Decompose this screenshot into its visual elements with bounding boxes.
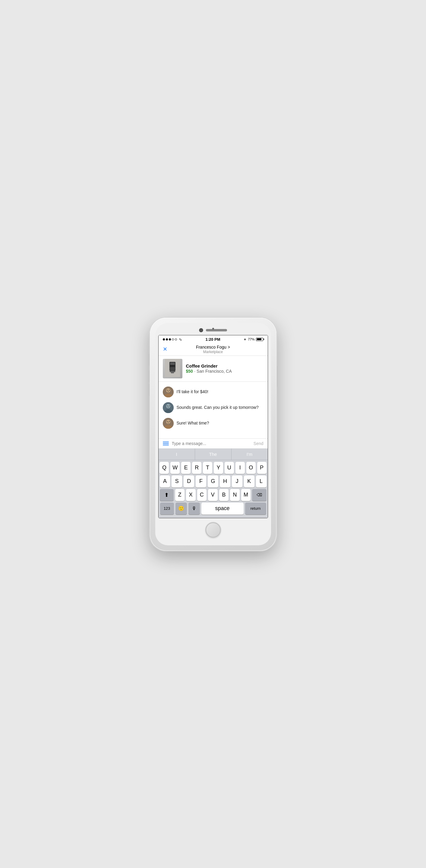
nav-title-area: Francesco Fogu > Marketplace (196, 344, 230, 354)
wifi-icon: ∿ (179, 337, 182, 342)
key-o[interactable]: O (246, 462, 256, 474)
space-key[interactable]: space (201, 502, 244, 515)
product-card[interactable]: Coffee Grinder $50 · San Francisco, CA (159, 356, 268, 382)
battery-body (256, 338, 263, 341)
message-text-2: Sounds great. Can you pick it up tomorro… (177, 402, 259, 411)
battery-percent: 77% (248, 337, 254, 341)
messages-area: I'll take it for $40! Sounds grea (159, 382, 268, 439)
key-c[interactable]: C (197, 489, 207, 501)
status-time: 1:20 PM (205, 337, 220, 342)
message-row: Sounds great. Can you pick it up tomorro… (163, 402, 263, 413)
signal-dot-5 (175, 338, 177, 340)
input-area: Send (159, 439, 268, 448)
key-l[interactable]: L (256, 475, 266, 488)
nav-bar: ✕ Francesco Fogu > Marketplace (159, 343, 268, 356)
product-image (163, 359, 182, 378)
phone-inner: ∿ 1:20 PM ∗ 77% ✕ Fr (155, 323, 271, 545)
keyboard-row-3: ⬆ Z X C V B N M ⌫ (160, 489, 266, 501)
key-m[interactable]: M (241, 489, 251, 501)
avatar-sender3 (163, 418, 174, 429)
message-text-3: Sure! What time? (177, 418, 209, 426)
hamburger-line-1 (163, 442, 169, 442)
emoji-key[interactable]: 🙂 (175, 502, 187, 515)
keyboard-row-1: Q W E R T Y U I O P (160, 462, 266, 474)
phone-device: ∿ 1:20 PM ∗ 77% ✕ Fr (150, 317, 277, 551)
avatar-sender1 (163, 386, 174, 397)
battery-icon (256, 338, 263, 341)
numbers-key[interactable]: 123 (160, 502, 174, 515)
product-name: Coffee Grinder (186, 363, 263, 369)
message-input[interactable] (172, 441, 251, 446)
signal-area: ∿ (163, 337, 182, 342)
keyboard-row-4: 123 🙂 🎙 space return (160, 502, 266, 515)
signal-dot-4 (172, 338, 174, 340)
nav-contact-name: Francesco Fogu > (196, 344, 230, 350)
predictive-word-3[interactable]: I'm (231, 448, 268, 460)
key-v[interactable]: V (208, 489, 218, 501)
screen: ∿ 1:20 PM ∗ 77% ✕ Fr (158, 335, 268, 518)
key-f[interactable]: F (196, 475, 206, 488)
keyboard-row-2: A S D F G H J K L (160, 475, 266, 488)
predictive-word-1[interactable]: I (159, 448, 195, 460)
svg-point-11 (169, 390, 169, 391)
key-j[interactable]: J (232, 475, 243, 488)
svg-point-15 (167, 405, 168, 406)
svg-point-21 (169, 421, 169, 422)
svg-rect-4 (170, 367, 175, 370)
message-row: I'll take it for $40! (163, 386, 263, 397)
message-text-1: I'll take it for $40! (177, 386, 208, 395)
backspace-key[interactable]: ⌫ (252, 489, 266, 501)
key-g[interactable]: G (208, 475, 218, 488)
shift-key[interactable]: ⬆ (160, 489, 174, 501)
key-t[interactable]: T (203, 462, 212, 474)
avatar-sender2 (163, 402, 174, 413)
key-s[interactable]: S (172, 475, 182, 488)
key-i[interactable]: I (235, 462, 245, 474)
nav-arrow: > (226, 345, 230, 349)
front-camera (199, 329, 203, 332)
svg-rect-6 (171, 371, 174, 373)
key-q[interactable]: Q (160, 462, 169, 474)
mic-key[interactable]: 🎙 (189, 502, 200, 515)
product-info: Coffee Grinder $50 · San Francisco, CA (186, 363, 263, 374)
predictive-bar: I The I'm (159, 448, 268, 460)
nav-subtitle: Marketplace (196, 350, 230, 354)
key-u[interactable]: U (225, 462, 234, 474)
key-r[interactable]: R (192, 462, 201, 474)
predictive-word-2[interactable]: The (195, 448, 231, 460)
phone-sensors (158, 327, 268, 335)
phone-speaker (206, 329, 227, 332)
key-y[interactable]: Y (214, 462, 223, 474)
return-key[interactable]: return (245, 502, 266, 515)
key-z[interactable]: Z (175, 489, 185, 501)
svg-rect-2 (170, 363, 175, 365)
key-d[interactable]: D (183, 475, 194, 488)
hamburger-line-3 (163, 445, 169, 445)
key-k[interactable]: K (244, 475, 254, 488)
key-w[interactable]: W (170, 462, 180, 474)
shift-arrow-icon: ⬆ (164, 492, 169, 498)
home-button[interactable] (206, 522, 221, 537)
key-a[interactable]: A (160, 475, 170, 488)
svg-point-10 (167, 390, 168, 391)
key-b[interactable]: B (219, 489, 229, 501)
signal-dot-1 (163, 338, 165, 340)
home-button-area (206, 518, 221, 539)
key-x[interactable]: X (186, 489, 196, 501)
close-button[interactable]: ✕ (163, 346, 167, 352)
svg-point-20 (167, 421, 168, 422)
key-e[interactable]: E (181, 462, 191, 474)
battery-fill (257, 338, 261, 340)
product-image-inner (163, 359, 182, 378)
svg-point-16 (169, 405, 169, 406)
attachment-button[interactable] (163, 442, 169, 445)
sensor-dot (212, 328, 214, 330)
hamburger-line-2 (163, 443, 169, 444)
product-price: $50 (186, 369, 193, 374)
key-n[interactable]: N (230, 489, 240, 501)
status-right: ∗ 77% (244, 337, 263, 341)
key-p[interactable]: P (257, 462, 266, 474)
key-h[interactable]: H (220, 475, 230, 488)
send-button[interactable]: Send (254, 441, 263, 446)
product-image-svg (165, 359, 180, 377)
